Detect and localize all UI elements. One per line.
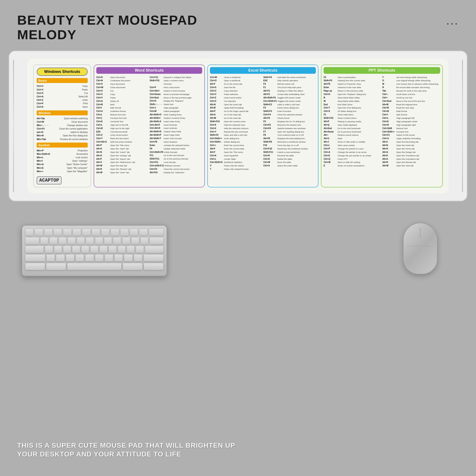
key — [46, 254, 55, 262]
list-item: Ctrl+[Reduce font size — [96, 113, 149, 117]
excel-shortcuts-table: Ctrl+WClose a workbook Ctrl+OOpen a work… — [210, 75, 316, 171]
ppt-section: PPT Shortcuts F5Start a presentation Shi… — [321, 65, 443, 187]
list-item: Alt+Shift+DCitation Date Field — [150, 130, 202, 133]
list-item: Win+Shift+DScreenshot — [37, 152, 88, 156]
main-title-line1: BEAUTY TEXT MOUSEPAD — [17, 13, 197, 27]
word-title: Word Shortcuts — [96, 67, 202, 74]
key — [45, 246, 53, 253]
list-item: Alt+F4Closes Excel — [263, 117, 316, 120]
list-item: Alt+ROpen the Review tab — [382, 161, 440, 164]
key — [72, 246, 80, 253]
list-item: Alt+ROpen the "Review" tab — [96, 168, 149, 171]
list-item: Alt+TabQuick window switching — [37, 117, 88, 120]
list-item: Ctrl+]Increase font size — [96, 117, 149, 120]
list-item: Ctrl+NCreatenew document — [96, 79, 149, 82]
key — [127, 246, 135, 253]
list-item: F7Open the Spelling dialog box — [263, 130, 316, 133]
key — [113, 237, 121, 244]
bottom-text: THIS IS A SUPER CUTE MOUSE PAD THAT WILL… — [17, 441, 459, 459]
list-item: Ctrl+IItalic format — [382, 113, 440, 117]
list-item: Ctrl+WClose document — [37, 120, 88, 123]
list-item: Ctrl+shift+F11Release Domain — [150, 164, 202, 168]
list-item: Ctrl+LAlign text to the left — [96, 123, 149, 127]
list-item: Ctrl+PPrint — [37, 102, 88, 105]
key-row-1 — [25, 229, 164, 236]
list-item: Ctrl+EndMove to the end of the text box — [382, 100, 440, 103]
key — [49, 237, 57, 244]
key — [105, 254, 113, 262]
key — [131, 237, 139, 244]
list-item: ESCCancel(command) — [96, 130, 149, 133]
list-item: Shift+F2Adds or edits a cell note — [263, 103, 316, 106]
list-item: Shift+F5Starting from the current slide — [323, 79, 381, 82]
key — [81, 246, 89, 253]
list-item: Alt+POpen the "layout" tab — [96, 157, 149, 161]
list-item: Ctrl+Mshow or hide ink markup — [323, 161, 381, 164]
list-item: F4Edit the active cell — [263, 82, 316, 86]
key — [85, 254, 94, 262]
list-item: Ctrl+Shift+GWorkbook Statistics — [210, 161, 262, 164]
mousepad-border: Windows Shortcuts Basic Ctrl+CCopy Ctrl+… — [9, 51, 467, 201]
list-item: Alt+JShow or hide audio or subtitle — [323, 140, 381, 144]
key — [75, 254, 84, 262]
list-item: Alt+WOpen the "View" tab — [96, 171, 149, 174]
key — [25, 246, 44, 253]
basic-header: Basic — [37, 78, 88, 83]
list-item: Alt+HOpen the "Start" tab — [96, 147, 149, 151]
key-row-4 — [25, 254, 164, 262]
list-item: EErase on-screen annotations — [323, 164, 381, 168]
ppt-col1: F5Start a presentation Shift+F5Starting … — [323, 75, 381, 168]
list-item: Shift+F10Open the context menu — [210, 120, 262, 123]
key — [44, 229, 52, 236]
list-item: Ctrl++Enter the current time — [210, 144, 262, 147]
key — [150, 237, 164, 244]
list-item: Ctrl+F4Close the selected window — [263, 113, 316, 117]
list-item: EndEnd Slide Show — [323, 103, 381, 106]
mouse — [403, 223, 437, 274]
window-shortcuts: Alt+TabQuick window switching Ctrl+WClos… — [37, 117, 88, 141]
key — [108, 246, 117, 253]
list-item: Alt+BApply bold formatting — [210, 106, 262, 110]
list-item: Alt+COpen the Recording tab — [382, 140, 440, 144]
list-item: Alt+Shift+OMark Catalog Entry — [150, 113, 202, 117]
window-header: Window — [37, 110, 88, 115]
excel-section: Excel Shortcuts Ctrl+WClose a workbook C… — [207, 65, 318, 187]
list-item: Win+PProjection — [37, 149, 88, 152]
excel-title: Excel Shortcuts — [210, 67, 316, 74]
key — [124, 254, 133, 262]
list-item: Alt+F1Displays or hides the ribbon — [263, 89, 316, 93]
list-item: Shift+↑↓←→Select text — [150, 103, 202, 106]
list-item: Ctrl+LAlign paragraph left — [382, 117, 440, 120]
list-item: Ctrl+TOpen the Font dialog box — [323, 106, 381, 110]
list-item: Alt+PPlaying or pausing media — [323, 120, 381, 123]
list-item: TabBrowse for tools in the view area — [382, 89, 440, 93]
list-item: Alt+WGo to the view tab — [210, 117, 262, 120]
list-item: Ctrl+Alt+ISwitch to Print Preview — [150, 89, 202, 93]
list-item: Win+TabPreview all current windows — [37, 137, 88, 141]
list-item: Ctrl+RRename the table — [263, 154, 316, 157]
list-item: Wshow blank white slides — [323, 100, 381, 103]
list-item: Find text — [150, 82, 202, 86]
list-item: F9Update Selected Fields — [150, 147, 202, 150]
list-item: Ctrl+ZUndo recent action — [96, 133, 149, 137]
list-item: Ctrl+VPaste — [37, 88, 88, 91]
key — [54, 229, 62, 236]
key — [111, 229, 119, 236]
key — [25, 263, 45, 270]
list-item: Alt+PGo to the Page Layout tab — [210, 110, 262, 113]
key-spacebar[interactable] — [67, 263, 121, 270]
ppt-col2: TSet new timings while rehearsing OUse o… — [382, 75, 440, 168]
list-item: Shift+F10Show Context Menu — [323, 117, 381, 120]
list-item: F1Show Help Menu — [323, 113, 381, 117]
key — [66, 254, 74, 262]
list-item: Ctrl+HDisplay the "Replace" — [150, 99, 202, 103]
list-item: Ctrl+BRead the next step — [382, 106, 440, 110]
dots-menu[interactable]: ... — [446, 15, 459, 27]
list-item: Ctrl+WClose document — [96, 86, 149, 89]
key — [90, 246, 98, 253]
basic-shortcuts: Ctrl+CCopy Ctrl+VPaste Ctrl+XCut Ctrl+AS… — [37, 84, 88, 108]
list-item: Ctrl+EAlign paragraph center — [382, 120, 440, 123]
key — [82, 229, 90, 236]
list-item: TPaste only ctopied formats — [210, 168, 262, 171]
key — [25, 254, 45, 262]
